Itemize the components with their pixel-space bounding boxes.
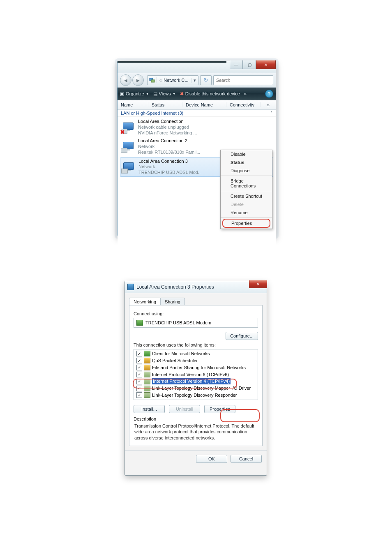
items-label: This connection uses the following items…: [134, 342, 258, 347]
organize-icon: ▣: [120, 91, 124, 97]
item-device: NVIDIA nForce Networking ...: [138, 130, 197, 136]
toolbar-disable-device[interactable]: ✖ Disable this network device: [180, 91, 240, 97]
close-button[interactable]: ✕: [249, 280, 267, 288]
checkbox[interactable]: ✓: [136, 372, 142, 377]
close-button[interactable]: ✕: [256, 60, 276, 69]
forward-button[interactable]: ►: [132, 74, 144, 86]
service-icon: [144, 358, 150, 363]
checkbox[interactable]: ✓: [136, 365, 142, 370]
dialog-titlebar: Local Area Connection 3 Properties ✕: [125, 281, 267, 293]
menu-shortcut[interactable]: Create Shortcut: [221, 192, 272, 200]
connect-using-label: Connect using:: [134, 311, 258, 316]
menu-diagnose[interactable]: Diagnose: [221, 166, 272, 175]
protocol-icon: [144, 392, 150, 398]
components-list: ✓ Client for Microsoft Networks ✓ QoS Pa…: [134, 349, 258, 400]
protocol-icon: [144, 379, 150, 384]
menu-separator: [221, 176, 272, 176]
item-title: Local Area Connection 2: [138, 138, 200, 144]
checkbox[interactable]: ✓: [136, 392, 142, 398]
menu-properties[interactable]: Properties: [222, 219, 270, 228]
description-label: Description: [134, 416, 258, 421]
svg-rect-1: [151, 80, 154, 82]
window-titlebar: — ▢ ✕: [118, 61, 276, 73]
connection-properties-dialog: Local Area Connection 3 Properties ✕ Net…: [125, 281, 267, 476]
uninstall-button: Uninstall: [169, 405, 200, 413]
adapter-icon: ✖: [121, 119, 136, 134]
item-status: Network: [138, 164, 201, 170]
column-headers: Name Status Device Name Connectivity »: [118, 100, 276, 110]
col-overflow[interactable]: »: [261, 102, 276, 107]
properties-button[interactable]: Properties: [204, 405, 235, 413]
views-icon: ▤: [153, 91, 157, 97]
chevron-down-icon: ▼: [146, 92, 149, 96]
breadcrumb[interactable]: « Network C... ▾: [147, 75, 198, 85]
menu-disable[interactable]: Disable: [221, 150, 272, 158]
menu-delete: Delete: [221, 200, 272, 208]
checkbox[interactable]: ✓: [136, 351, 142, 356]
search-input[interactable]: [215, 77, 271, 83]
install-button[interactable]: Install...: [134, 405, 165, 413]
item-status: Network: [138, 144, 200, 150]
checkbox[interactable]: ✓: [136, 386, 142, 391]
chevron-down-icon: ▼: [173, 92, 176, 96]
cancel-button[interactable]: Cancel: [231, 455, 262, 463]
list-item[interactable]: ✓ QoS Packet Scheduler: [134, 357, 258, 364]
tab-panel-networking: Connect using: TRENDCHIP USB ADSL Modem …: [129, 305, 263, 446]
protocol-icon: [144, 372, 150, 377]
network-icon: [148, 77, 157, 83]
list-item[interactable]: ✓ Internet Protocol Version 6 (TCP/IPv6): [134, 371, 258, 378]
disable-icon: ✖: [180, 91, 184, 97]
dialog-title: Local Area Connection 3 Properties: [136, 284, 214, 290]
client-icon: [144, 351, 150, 356]
col-device-name[interactable]: Device Name: [182, 102, 226, 107]
tab-strip: Networking Sharing: [129, 296, 263, 305]
chevron-up-icon: ˄: [270, 111, 272, 116]
breadcrumb-label: Network C...: [164, 78, 189, 83]
list-item[interactable]: ✓ Client for Microsoft Networks: [134, 350, 258, 357]
adapter-icon: [121, 159, 136, 173]
protocol-icon: [144, 386, 150, 391]
toolbar-views[interactable]: ▤ Views ▼: [153, 91, 176, 97]
breadcrumb-dropdown[interactable]: ▾: [191, 78, 198, 83]
toolbar-organize[interactable]: ▣ Organize ▼: [120, 91, 149, 97]
checkbox[interactable]: ✓: [136, 358, 142, 363]
menu-status[interactable]: Status: [221, 158, 272, 166]
list-item[interactable]: ✓ File and Printer Sharing for Microsoft…: [134, 364, 258, 371]
address-bar-row: ◄ ► « Network C... ▾ ↻: [118, 73, 276, 88]
network-connections-window: — ▢ ✕ ◄ ► « Network C... ▾ ↻ ▣ Organize …: [117, 61, 276, 236]
list-item[interactable]: ✓ Link-Layer Topology Discovery Mapper I…: [134, 385, 258, 392]
col-name[interactable]: Name: [118, 102, 148, 107]
refresh-button[interactable]: ↻: [200, 75, 212, 85]
menu-separator: [221, 191, 272, 191]
group-header[interactable]: LAN or High-Speed Internet (3) ˄: [118, 110, 276, 117]
group-label: LAN or High-Speed Internet (3): [121, 111, 183, 116]
adapter-field: TRENDCHIP USB ADSL Modem: [134, 318, 258, 328]
adapter-name: TRENDCHIP USB ADSL Modem: [145, 320, 211, 325]
minimize-button[interactable]: —: [230, 60, 243, 69]
list-item-selected[interactable]: ✓ Internet Protocol Version 4 (TCP/IPv4): [134, 378, 258, 385]
item-device: Realtek RTL8139/810x Famil...: [138, 150, 200, 155]
maximize-button[interactable]: ▢: [243, 60, 256, 69]
back-button[interactable]: ◄: [120, 74, 131, 86]
configure-button[interactable]: Configure...: [226, 332, 258, 340]
toolbar-overflow[interactable]: »: [244, 91, 247, 96]
help-button[interactable]: ?: [265, 90, 273, 98]
list-item[interactable]: ✓ Link-Layer Topology Discovery Responde…: [134, 392, 258, 399]
explorer-toolbar: ▣ Organize ▼ ▤ Views ▼ ✖ Disable this ne…: [118, 88, 276, 100]
dialog-footer: OK Cancel: [125, 450, 267, 467]
checkbox[interactable]: ✓: [136, 379, 142, 384]
ok-button[interactable]: OK: [196, 455, 227, 463]
item-status: Network cable unplugged: [138, 125, 197, 130]
context-menu: Disable Status Diagnose Bridge Connectio…: [220, 150, 272, 229]
list-item[interactable]: ✖ Local Area Connection Network cable un…: [118, 118, 276, 137]
unplugged-icon: ✖: [120, 129, 125, 135]
search-field[interactable]: [213, 75, 273, 85]
item-title: Local Area Connection: [138, 119, 197, 125]
menu-rename[interactable]: Rename: [221, 208, 272, 217]
tab-sharing[interactable]: Sharing: [160, 298, 185, 305]
menu-bridge[interactable]: Bridge Connections: [221, 177, 272, 190]
description-text: Transmission Control Protocol/Internet P…: [134, 423, 257, 441]
col-status[interactable]: Status: [148, 102, 182, 107]
col-connectivity[interactable]: Connectivity: [226, 102, 261, 107]
tab-networking[interactable]: Networking: [129, 298, 161, 305]
